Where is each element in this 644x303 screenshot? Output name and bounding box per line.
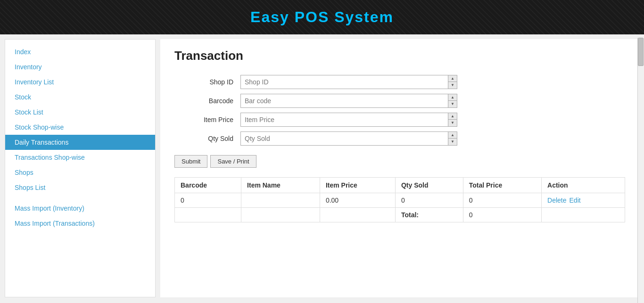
cell-2: 0.00 bbox=[320, 193, 395, 208]
app-title: Easy POS System bbox=[250, 8, 394, 25]
table-row: 00.0000DeleteEdit bbox=[175, 193, 625, 208]
total-empty-0 bbox=[175, 208, 241, 222]
col-header-item-price: Item Price bbox=[320, 178, 395, 193]
spinner-down-barcode[interactable]: ▼ bbox=[448, 101, 457, 107]
spinner-barcode: ▲▼ bbox=[448, 94, 457, 107]
input-barcode[interactable] bbox=[241, 94, 448, 107]
cell-0: 0 bbox=[175, 193, 241, 208]
sidebar-item-shops-list[interactable]: Shops List bbox=[5, 180, 155, 195]
spinner-up-shop-id[interactable]: ▲ bbox=[448, 75, 457, 82]
sidebar-item-stock-list[interactable]: Stock List bbox=[5, 105, 155, 120]
sidebar-item-index[interactable]: Index bbox=[5, 44, 155, 59]
main-container: IndexInventoryInventory ListStockStock L… bbox=[0, 34, 644, 302]
sidebar-item-mass-import-transactions[interactable]: Mass Import (Transactions) bbox=[5, 216, 155, 231]
sidebar-item-shops[interactable]: Shops bbox=[5, 165, 155, 180]
input-wrap-item-price: ▲▼ bbox=[240, 113, 457, 127]
app-header: Easy POS System bbox=[0, 0, 644, 34]
spinner-up-barcode[interactable]: ▲ bbox=[448, 94, 457, 101]
scrollbar-thumb[interactable] bbox=[638, 38, 644, 66]
save-print-button[interactable]: Save / Print bbox=[210, 155, 256, 168]
cell-1 bbox=[241, 193, 320, 208]
label-shop-id: Shop ID bbox=[174, 78, 240, 86]
spinner-up-item-price[interactable]: ▲ bbox=[448, 113, 457, 120]
total-empty-1 bbox=[241, 208, 320, 222]
input-item-price[interactable] bbox=[241, 113, 448, 126]
col-header-barcode: Barcode bbox=[175, 178, 241, 193]
spinner-down-item-price[interactable]: ▼ bbox=[448, 120, 457, 126]
form-row-barcode: Barcode▲▼ bbox=[174, 94, 625, 108]
form-row-qty-sold: Qty Sold▲▼ bbox=[174, 131, 625, 146]
transactions-table: BarcodeItem NameItem PriceQty SoldTotal … bbox=[174, 177, 625, 222]
form-row-shop-id: Shop ID▲▼ bbox=[174, 75, 625, 89]
label-item-price: Item Price bbox=[174, 116, 240, 123]
col-header-item-name: Item Name bbox=[241, 178, 320, 193]
col-header-qty-sold: Qty Sold bbox=[395, 178, 463, 193]
spinner-up-qty-sold[interactable]: ▲ bbox=[448, 132, 457, 139]
total-action-empty bbox=[542, 208, 625, 222]
spinner-down-shop-id[interactable]: ▼ bbox=[448, 82, 457, 89]
sidebar-item-mass-import-inventory[interactable]: Mass Import (Inventory) bbox=[5, 201, 155, 216]
input-wrap-barcode: ▲▼ bbox=[240, 94, 457, 108]
sidebar-item-daily-transactions[interactable]: Daily Transactions bbox=[5, 135, 155, 150]
label-barcode: Barcode bbox=[174, 97, 240, 105]
input-shop-id[interactable] bbox=[241, 75, 448, 89]
input-wrap-shop-id: ▲▼ bbox=[240, 75, 457, 89]
sidebar-item-transactions-shop-wise[interactable]: Transactions Shop-wise bbox=[5, 150, 155, 165]
total-label: Total: bbox=[395, 208, 463, 222]
total-empty-2 bbox=[320, 208, 395, 222]
spinner-shop-id: ▲▼ bbox=[448, 75, 457, 89]
sidebar-item-stock[interactable]: Stock bbox=[5, 90, 155, 105]
sidebar-divider bbox=[5, 195, 155, 201]
col-header-action: Action bbox=[542, 178, 625, 193]
input-wrap-qty-sold: ▲▼ bbox=[240, 131, 457, 146]
sidebar-item-stock-shop-wise[interactable]: Stock Shop-wise bbox=[5, 120, 155, 135]
sidebar: IndexInventoryInventory ListStockStock L… bbox=[5, 39, 156, 297]
spinner-down-qty-sold[interactable]: ▼ bbox=[448, 139, 457, 145]
cell-3: 0 bbox=[395, 193, 463, 208]
submit-button[interactable]: Submit bbox=[174, 155, 207, 168]
cell-4: 0 bbox=[463, 193, 541, 208]
col-header-total-price: Total Price bbox=[463, 178, 541, 193]
sidebar-item-inventory[interactable]: Inventory bbox=[5, 59, 155, 74]
delete-link[interactable]: Delete bbox=[547, 197, 566, 204]
total-row: Total:0 bbox=[175, 208, 625, 222]
spinner-item-price: ▲▼ bbox=[448, 113, 457, 126]
table-body: 00.0000DeleteEditTotal:0 bbox=[175, 193, 625, 222]
spinner-qty-sold: ▲▼ bbox=[448, 132, 457, 145]
table-header-row: BarcodeItem NameItem PriceQty SoldTotal … bbox=[175, 178, 625, 193]
transaction-form: Shop ID▲▼Barcode▲▼Item Price▲▼Qty Sold▲▼ bbox=[174, 75, 625, 146]
input-qty-sold[interactable] bbox=[241, 132, 448, 145]
page-title: Transaction bbox=[174, 49, 625, 63]
scrollbar[interactable] bbox=[637, 38, 644, 302]
table-header: BarcodeItem NameItem PriceQty SoldTotal … bbox=[175, 178, 625, 193]
main-content: Transaction Shop ID▲▼Barcode▲▼Item Price… bbox=[160, 39, 639, 297]
action-cell: DeleteEdit bbox=[542, 193, 625, 208]
form-row-item-price: Item Price▲▼ bbox=[174, 113, 625, 127]
sidebar-item-inventory-list[interactable]: Inventory List bbox=[5, 74, 155, 90]
edit-link[interactable]: Edit bbox=[570, 197, 581, 204]
label-qty-sold: Qty Sold bbox=[174, 135, 240, 142]
form-buttons: SubmitSave / Print bbox=[174, 155, 625, 168]
total-value: 0 bbox=[463, 208, 541, 222]
